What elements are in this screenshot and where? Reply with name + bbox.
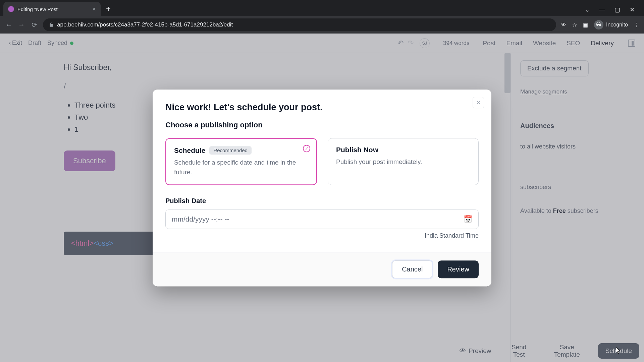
incognito-icon: 🕶 — [594, 20, 603, 29]
close-window-icon[interactable]: ✕ — [630, 6, 635, 13]
cancel-button[interactable]: Cancel — [392, 260, 432, 278]
tab-close-icon[interactable]: × — [92, 6, 96, 13]
option-publish-now[interactable]: Publish Now Publish your post immediatel… — [328, 138, 479, 185]
modal-close-button[interactable]: ✕ — [473, 97, 484, 108]
publish-date-label: Publish Date — [165, 197, 479, 205]
incognito-label: Incognito — [606, 22, 628, 28]
publish-option-title: Publish Now — [336, 146, 378, 154]
browser-tab[interactable]: Editing "New Post" × — [3, 2, 101, 16]
modal-subtitle: Choose a publishing option — [165, 121, 479, 129]
publish-date-input[interactable]: mm/dd/yyyy --:-- -- 📅 — [165, 209, 479, 229]
calendar-icon: 📅 — [464, 215, 472, 223]
new-tab-button[interactable]: + — [106, 4, 111, 13]
app-viewport: ‹ Exit Draft Synced ↶ ↷ SJ 394 words Pos… — [0, 34, 644, 362]
publish-option-desc: Publish your post immediately. — [336, 157, 470, 167]
modal-title: Nice work! Let's schedule your post. — [165, 102, 479, 113]
url-input[interactable]: app.beehiiv.com/posts/c24a3a77-2fe2-415b… — [43, 18, 556, 31]
window-controls: ⌄ — ▢ ✕ — [585, 6, 641, 13]
browser-tab-strip: Editing "New Post" × + ⌄ — ▢ ✕ — [0, 0, 644, 16]
schedule-modal: ✕ Nice work! Let's schedule your post. C… — [153, 89, 491, 286]
timezone-text: India Standard Time — [165, 232, 479, 239]
incognito-indicator: 🕶 Incognito — [594, 20, 628, 29]
schedule-option-desc: Schedule for a specific date and time in… — [174, 158, 308, 177]
maximize-icon[interactable]: ▢ — [614, 6, 620, 13]
minimize-icon[interactable]: — — [599, 6, 605, 13]
address-bar: ← → ⟳ app.beehiiv.com/posts/c24a3a77-2fe… — [0, 16, 644, 34]
schedule-option-title: Schedule — [174, 146, 205, 155]
recommended-badge: Recommended — [209, 146, 252, 155]
bookmark-icon[interactable]: ☆ — [572, 22, 577, 28]
eye-off-icon[interactable]: 👁 — [561, 22, 566, 28]
url-text: app.beehiiv.com/posts/c24a3a77-2fe2-415b… — [57, 21, 233, 28]
favicon-icon — [8, 6, 14, 12]
menu-icon[interactable]: ⋮ — [634, 22, 639, 28]
forward-icon[interactable]: → — [17, 21, 25, 29]
tab-title: Editing "New Post" — [17, 6, 59, 12]
check-circle-icon: ✓ — [303, 145, 310, 152]
chevron-down-icon[interactable]: ⌄ — [585, 6, 590, 13]
extensions-icon[interactable]: ▣ — [583, 22, 588, 28]
back-icon[interactable]: ← — [5, 21, 13, 29]
review-button[interactable]: Review — [438, 260, 479, 278]
date-placeholder: mm/dd/yyyy --:-- -- — [172, 215, 229, 223]
option-schedule[interactable]: ✓ Schedule Recommended Schedule for a sp… — [165, 138, 317, 185]
lock-icon — [49, 22, 54, 27]
reload-icon[interactable]: ⟳ — [30, 21, 38, 29]
